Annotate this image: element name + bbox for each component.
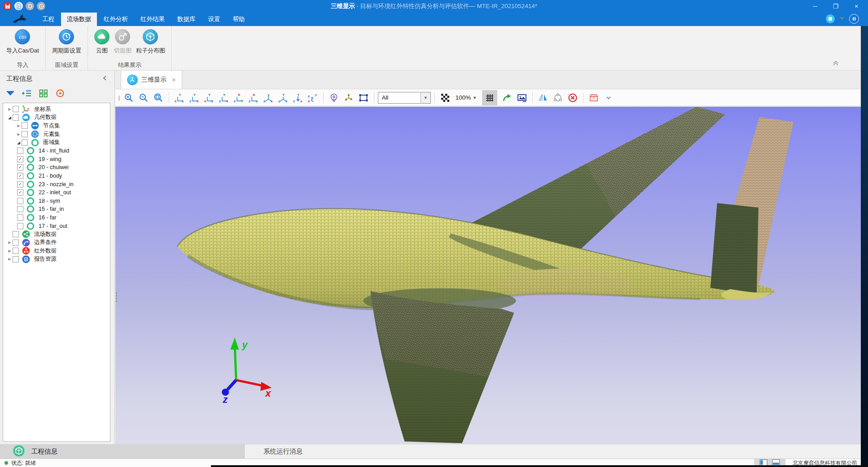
mirror-icon[interactable] bbox=[536, 91, 550, 105]
tree-checkbox[interactable]: ✓ bbox=[17, 164, 23, 170]
tree-item[interactable]: 18 - sym bbox=[3, 197, 110, 205]
tree-checkbox[interactable] bbox=[22, 131, 28, 137]
view-bottom-icon[interactable]: Xzy bbox=[247, 91, 260, 105]
tree-checkbox[interactable] bbox=[22, 140, 28, 146]
expander-closed-icon[interactable]: ▶ bbox=[7, 257, 13, 261]
chevron-down-icon[interactable] bbox=[602, 91, 615, 105]
tree-item[interactable]: 17 - far_out bbox=[3, 222, 110, 230]
cloud-map-button[interactable]: 云图 bbox=[94, 28, 110, 55]
theme-icon[interactable] bbox=[826, 14, 835, 23]
tree-item[interactable]: 流场数据 bbox=[3, 230, 110, 239]
tree-item[interactable]: ✓22 - inlet_out bbox=[3, 188, 110, 197]
expander-closed-icon[interactable]: ▶ bbox=[7, 249, 13, 253]
menu-ir-analysis[interactable]: 红外分析 bbox=[98, 13, 134, 26]
view-left-icon[interactable]: Yxz bbox=[202, 91, 216, 105]
display-filter-select[interactable]: All▼ bbox=[378, 92, 431, 104]
collapse-list-icon[interactable] bbox=[22, 89, 32, 100]
axis-triad-icon[interactable]: zyYx bbox=[306, 91, 320, 105]
camera-icon[interactable] bbox=[327, 91, 341, 105]
grid4-icon[interactable] bbox=[39, 89, 48, 100]
menu-flow-data[interactable]: 流场数据 bbox=[61, 13, 97, 26]
expander-closed-icon[interactable]: ▶ bbox=[16, 132, 22, 136]
tree-item[interactable]: 16 - far bbox=[3, 214, 110, 222]
tree-item[interactable]: ▶报告资源 bbox=[3, 255, 110, 264]
tree-checkbox[interactable] bbox=[17, 148, 23, 154]
tree-item[interactable]: ✓21 - body bbox=[3, 172, 110, 180]
filter-icon[interactable] bbox=[5, 89, 15, 100]
tree-item[interactable]: ✓23 - nozzle_in bbox=[3, 180, 110, 188]
tree-item[interactable]: ▶节点集 bbox=[3, 122, 110, 130]
zoom-out-icon[interactable] bbox=[137, 91, 150, 105]
zoom-fit-icon[interactable] bbox=[152, 91, 165, 105]
ribbon-toggle-icon[interactable] bbox=[849, 14, 859, 24]
tree-checkbox[interactable]: ✓ bbox=[17, 173, 23, 179]
tree-checkbox[interactable] bbox=[17, 198, 23, 204]
view-right-icon[interactable]: Yzx bbox=[217, 91, 231, 105]
tree-item[interactable]: 15 - far_in bbox=[3, 205, 110, 214]
view-front-icon[interactable]: Yxz bbox=[173, 91, 186, 105]
tab-3d-display[interactable]: 三维显示 × bbox=[121, 70, 182, 89]
import-cas-dat-button[interactable]: cas导入Cas/Dat bbox=[6, 28, 39, 55]
tree-item[interactable]: 14 - int_fluid bbox=[3, 147, 110, 155]
toolbar-handle[interactable]: || bbox=[118, 94, 119, 101]
tree-item[interactable]: ✓19 - wing bbox=[3, 155, 110, 164]
particle-map-button[interactable]: 粒子分布图 bbox=[136, 28, 165, 55]
panel-collapse-chevron-left-icon[interactable] bbox=[102, 75, 108, 83]
project-info-footer-tab[interactable]: 工程信息 bbox=[0, 444, 245, 458]
menu-engineering[interactable]: 工程 bbox=[36, 13, 60, 26]
expander-closed-icon[interactable]: ▶ bbox=[7, 240, 13, 244]
tree-checkbox[interactable]: ✓ bbox=[17, 156, 23, 162]
view-iso1-icon[interactable]: yzx bbox=[262, 91, 275, 105]
minimize-button[interactable]: ─ bbox=[808, 1, 822, 12]
tree-item[interactable]: ▶Yzx坐标系 bbox=[3, 105, 110, 113]
viewport-3d[interactable]: y x z bbox=[115, 107, 861, 444]
tree-checkbox[interactable] bbox=[22, 122, 28, 129]
zoom-level-control[interactable]: 100%▼ bbox=[453, 94, 479, 101]
tree-checkbox[interactable] bbox=[13, 248, 19, 254]
menu-help[interactable]: 帮助 bbox=[227, 13, 251, 26]
menu-settings[interactable]: 设置 bbox=[202, 13, 226, 26]
zoom-in-icon[interactable] bbox=[122, 91, 136, 105]
tree-checkbox[interactable] bbox=[17, 223, 23, 229]
view-back-icon[interactable]: Yzx bbox=[188, 91, 201, 105]
grid-icon[interactable] bbox=[482, 90, 497, 105]
view-iso2-icon[interactable]: Yyz bbox=[276, 91, 290, 105]
tree-item[interactable]: ✓20 - chuiwei bbox=[3, 163, 110, 172]
chevron-down-icon[interactable]: ▼ bbox=[421, 92, 430, 103]
tree-checkbox[interactable] bbox=[17, 214, 23, 221]
tree-checkbox[interactable] bbox=[13, 240, 19, 246]
tree-checkbox[interactable] bbox=[13, 106, 19, 112]
ribbon-collapse-chevron-icon[interactable] bbox=[832, 60, 839, 68]
tree-item[interactable]: ▶元素集 bbox=[3, 130, 110, 139]
panel-splitter[interactable] bbox=[116, 292, 117, 302]
chevron-down-icon[interactable] bbox=[838, 14, 846, 23]
tree-checkbox[interactable] bbox=[13, 256, 19, 262]
periodic-face-button[interactable]: 周期面设置 bbox=[52, 28, 81, 55]
restore-button[interactable]: ❐ bbox=[829, 1, 843, 12]
menu-database[interactable]: 数据库 bbox=[171, 13, 202, 26]
package-icon[interactable] bbox=[587, 91, 601, 105]
tree-checkbox[interactable] bbox=[13, 231, 19, 237]
view-top-icon[interactable]: XzY bbox=[232, 91, 245, 105]
tab-close-icon[interactable]: × bbox=[172, 76, 176, 83]
target-icon[interactable] bbox=[55, 88, 65, 100]
tree-checkbox[interactable]: ✓ bbox=[17, 189, 23, 196]
tree-item[interactable]: ◢几何数据 bbox=[3, 113, 110, 122]
expander-open-icon[interactable]: ◢ bbox=[7, 115, 13, 120]
menu-ir-results[interactable]: 红外结果 bbox=[135, 13, 171, 26]
tree-item[interactable]: ▶边界条件 bbox=[3, 239, 110, 247]
circle-nodes-icon[interactable] bbox=[551, 91, 565, 105]
image-icon[interactable] bbox=[515, 91, 529, 105]
rect-select-icon[interactable] bbox=[357, 91, 370, 105]
cluster-icon[interactable] bbox=[342, 91, 355, 105]
tree-item[interactable]: ◢面域集 bbox=[3, 138, 110, 147]
cancel-icon[interactable] bbox=[566, 91, 579, 105]
tree-item[interactable]: ▶红外数据 bbox=[3, 247, 110, 255]
tree-checkbox[interactable]: ✓ bbox=[17, 181, 23, 188]
expander-open-icon[interactable]: ◢ bbox=[16, 140, 22, 145]
expander-closed-icon[interactable]: ▶ bbox=[16, 124, 22, 128]
expander-closed-icon[interactable]: ▶ bbox=[7, 107, 13, 111]
close-button[interactable]: × bbox=[849, 1, 864, 12]
view-iso3-icon[interactable]: Yzx bbox=[291, 91, 305, 105]
forward-arrow-icon[interactable] bbox=[500, 91, 514, 105]
